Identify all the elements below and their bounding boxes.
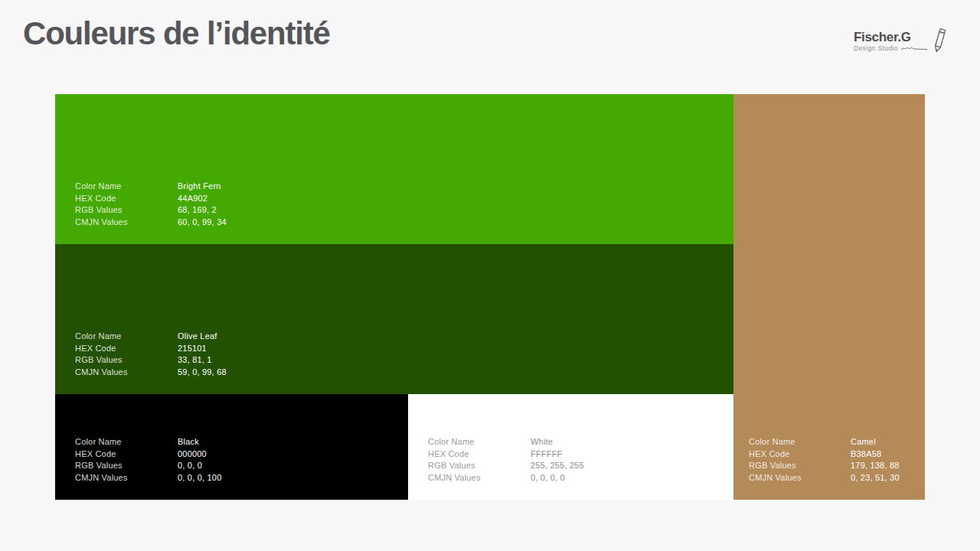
- signature-squiggle-icon: [900, 44, 928, 52]
- spec-value-hex: FFFFFF: [531, 448, 733, 461]
- spec-value-rgb: 255, 255, 255: [531, 460, 733, 472]
- color-palette-grid: Color Name Bright Fern HEX Code 44A902 R…: [55, 94, 925, 500]
- studio-logo-subtitle: Design Studio: [854, 44, 898, 52]
- spec-value-rgb: 68, 169, 2: [178, 204, 733, 217]
- spec-row-hex: HEX Code 44A902: [75, 193, 733, 205]
- swatch-specs: Color Name Black HEX Code 000000 RGB Val…: [55, 436, 408, 500]
- spec-row-rgb: RGB Values 33, 81, 1: [75, 354, 733, 367]
- spec-label: CMJN Values: [428, 472, 531, 484]
- swatch-camel: Color Name Camel HEX Code B38A58 RGB Val…: [733, 94, 925, 500]
- spec-label: Color Name: [75, 436, 178, 448]
- spec-row-rgb: RGB Values 179, 138, 88: [749, 460, 925, 472]
- swatch-black: Color Name Black HEX Code 000000 RGB Val…: [55, 394, 408, 500]
- spec-value-cmjn: 59, 0, 99, 68: [178, 367, 733, 379]
- pencil-icon: [931, 28, 948, 55]
- spec-row-rgb: RGB Values 68, 169, 2: [75, 204, 733, 217]
- spec-label: CMJN Values: [749, 472, 851, 484]
- spec-label: Color Name: [749, 436, 851, 448]
- spec-label: CMJN Values: [75, 472, 178, 484]
- spec-label: RGB Values: [749, 460, 851, 472]
- spec-value-cmjn: 0, 23, 51, 30: [851, 472, 925, 484]
- spec-row-cmjn: CMJN Values 0, 0, 0, 100: [75, 472, 408, 484]
- studio-logo-text: Fischer.G Design Studio: [854, 31, 928, 52]
- spec-row-rgb: RGB Values 255, 255, 255: [428, 460, 733, 472]
- spec-row-color-name: Color Name Olive Leaf: [75, 331, 733, 343]
- swatch-specs: Color Name Bright Fern HEX Code 44A902 R…: [55, 181, 733, 244]
- spec-label: HEX Code: [75, 193, 178, 205]
- spec-row-cmjn: CMJN Values 59, 0, 99, 68: [75, 367, 733, 379]
- spec-label: CMJN Values: [75, 217, 178, 229]
- spec-label: HEX Code: [75, 448, 178, 461]
- spec-value-rgb: 0, 0, 0: [178, 460, 408, 472]
- swatch-specs: Color Name Camel HEX Code B38A58 RGB Val…: [733, 436, 925, 500]
- spec-value-color-name: Camel: [851, 436, 925, 448]
- spec-row-hex: HEX Code FFFFFF: [428, 448, 733, 461]
- spec-label: Color Name: [75, 331, 178, 343]
- spec-label: CMJN Values: [75, 367, 178, 379]
- spec-value-color-name: Black: [178, 436, 408, 448]
- swatch-specs: Color Name White HEX Code FFFFFF RGB Val…: [408, 436, 733, 500]
- spec-label: RGB Values: [75, 354, 178, 367]
- spec-label: HEX Code: [75, 343, 178, 355]
- spec-label: HEX Code: [749, 448, 851, 461]
- spec-value-color-name: Bright Fern: [178, 181, 733, 193]
- spec-row-hex: HEX Code 215101: [75, 343, 733, 355]
- spec-row-color-name: Color Name Camel: [749, 436, 925, 448]
- spec-row-cmjn: CMJN Values 0, 23, 51, 30: [749, 472, 925, 484]
- spec-label: RGB Values: [75, 204, 178, 217]
- spec-row-cmjn: CMJN Values 0, 0, 0, 0: [428, 472, 733, 484]
- spec-label: HEX Code: [428, 448, 531, 461]
- spec-value-hex: 215101: [178, 343, 733, 355]
- spec-value-color-name: Olive Leaf: [178, 331, 733, 343]
- spec-row-hex: HEX Code B38A58: [749, 448, 925, 461]
- brand-color-sheet: Couleurs de l’identité Fischer.G Design …: [0, 0, 980, 551]
- spec-value-rgb: 179, 138, 88: [851, 460, 925, 472]
- spec-value-hex: B38A58: [851, 448, 925, 461]
- swatch-bright-fern: Color Name Bright Fern HEX Code 44A902 R…: [55, 94, 733, 244]
- spec-value-hex: 44A902: [178, 193, 733, 205]
- spec-row-rgb: RGB Values 0, 0, 0: [75, 460, 408, 472]
- spec-value-color-name: White: [531, 436, 733, 448]
- spec-value-cmjn: 0, 0, 0, 100: [178, 472, 408, 484]
- swatch-white: Color Name White HEX Code FFFFFF RGB Val…: [408, 394, 733, 500]
- spec-label: Color Name: [428, 436, 531, 448]
- spec-label: Color Name: [75, 181, 178, 193]
- spec-row-color-name: Color Name Bright Fern: [75, 181, 733, 193]
- spec-value-cmjn: 60, 0, 99, 34: [178, 217, 733, 229]
- spec-value-hex: 000000: [178, 448, 408, 461]
- studio-logo-name: Fischer.G: [854, 31, 928, 44]
- spec-label: RGB Values: [75, 460, 178, 472]
- spec-row-color-name: Color Name Black: [75, 436, 408, 448]
- spec-row-color-name: Color Name White: [428, 436, 733, 448]
- spec-row-cmjn: CMJN Values 60, 0, 99, 34: [75, 217, 733, 229]
- swatch-specs: Color Name Olive Leaf HEX Code 215101 RG…: [55, 331, 733, 394]
- swatch-olive-leaf: Color Name Olive Leaf HEX Code 215101 RG…: [55, 244, 733, 394]
- spec-label: RGB Values: [428, 460, 531, 472]
- studio-logo: Fischer.G Design Studio: [854, 31, 948, 55]
- spec-value-rgb: 33, 81, 1: [178, 354, 733, 367]
- spec-row-hex: HEX Code 000000: [75, 448, 408, 461]
- spec-value-cmjn: 0, 0, 0, 0: [531, 472, 733, 484]
- page-title: Couleurs de l’identité: [23, 15, 330, 52]
